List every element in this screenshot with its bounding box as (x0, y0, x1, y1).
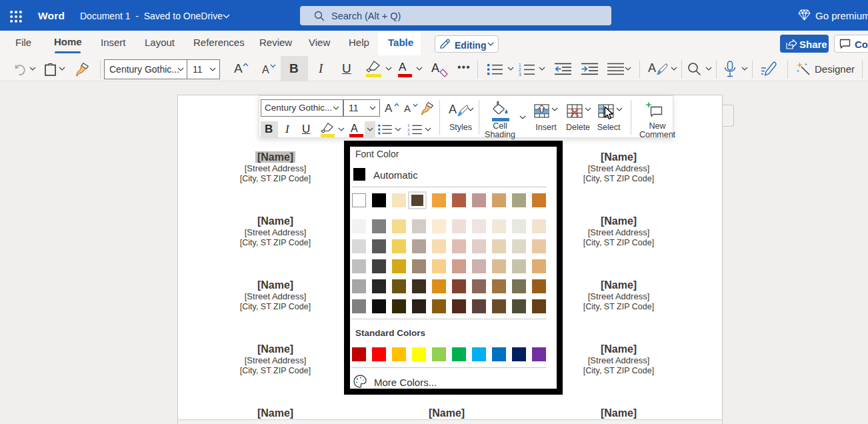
svg-text:1: 1 (519, 63, 521, 67)
svg-text:1: 1 (407, 123, 409, 127)
svg-text:3: 3 (519, 72, 521, 76)
svg-text:2: 2 (519, 67, 521, 72)
svg-text:2: 2 (407, 128, 409, 132)
svg-text:3: 3 (407, 132, 409, 135)
